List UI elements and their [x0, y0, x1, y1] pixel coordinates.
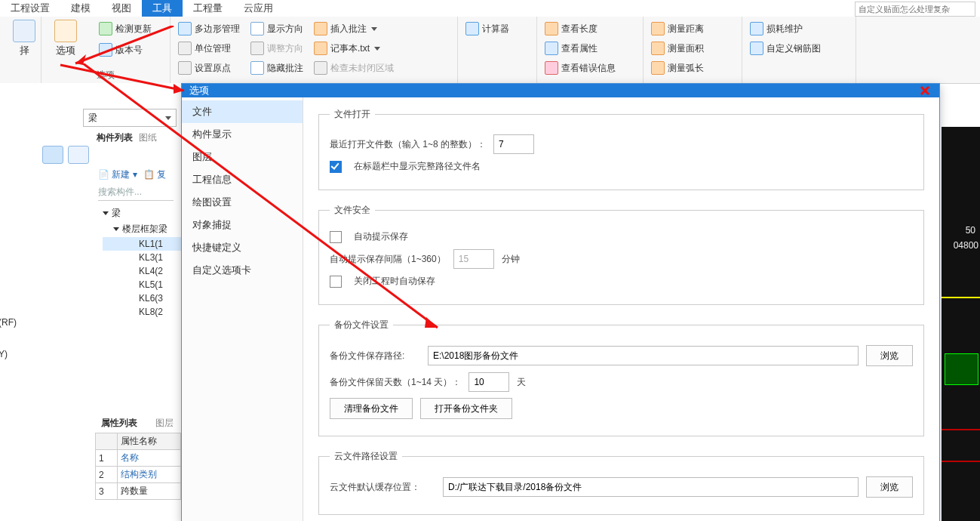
view-length-label: 查看长度	[561, 23, 598, 35]
tree-item-kl4[interactable]: KL4(2	[103, 264, 181, 278]
category-combo[interactable]: 梁	[83, 109, 177, 127]
sidebar-item-layer[interactable]: 图层	[182, 146, 303, 168]
chevron-down-icon	[374, 47, 380, 51]
select-icon	[13, 20, 35, 42]
triangle-icon	[113, 227, 119, 231]
adjust-direction-button: 调整方向	[250, 39, 303, 57]
copy-button[interactable]: 📋 复	[143, 168, 166, 181]
sidebar-item-draw-settings[interactable]: 绘图设置	[182, 191, 303, 214]
tree-item-kl5[interactable]: KL5(1	[103, 278, 181, 291]
tab-modeling[interactable]: 建模	[60, 0, 101, 17]
backup-path-label: 备份文件保存路径:	[330, 350, 420, 362]
ruler-icon	[545, 22, 558, 35]
tab-quantity[interactable]: 工程量	[183, 0, 233, 17]
check-update-label: 检测更新	[115, 23, 152, 35]
backup-browse-button[interactable]: 浏览	[866, 345, 913, 366]
version-label: 版本号	[115, 44, 143, 57]
tree-item-kl1[interactable]: KL1(1	[103, 237, 181, 251]
tree-item-kl6[interactable]: KL6(3	[103, 291, 181, 305]
clear-backup-button[interactable]: 清理备份文件	[330, 398, 413, 419]
tree-item-kl8[interactable]: KL8(2	[103, 305, 181, 319]
tab-component-list[interactable]: 构件列表	[97, 131, 133, 144]
polygon-manage-button[interactable]: 多边形管理	[178, 20, 240, 38]
sidebar-item-file[interactable]: 文件	[182, 100, 303, 123]
property-panel: 属性列表 图层 属性名称 1名称 2结构类别 3跨数量	[95, 414, 181, 500]
fieldset-cloud-path: 云文件路径设置 云文件默认缓存位置： 浏览	[318, 450, 924, 515]
view-property-button[interactable]: 查看属性	[545, 39, 635, 57]
select-label: 择	[20, 44, 29, 57]
measure-distance-button[interactable]: 测量距离	[651, 20, 734, 38]
sidebar-item-component-display[interactable]: 构件显示	[182, 123, 303, 146]
hide-annotation-button[interactable]: 隐藏批注	[250, 59, 303, 77]
tree-item-kl3[interactable]: KL3(1	[103, 251, 181, 264]
tab-layer[interactable]: 图层	[149, 415, 180, 431]
prop-row-span[interactable]: 跨数量	[118, 483, 181, 500]
tab-property-list[interactable]: 属性列表	[95, 415, 143, 431]
tree-root[interactable]: 梁	[103, 205, 181, 221]
check-unclosed-label: 检查未封闭区域	[330, 62, 394, 75]
fieldset-file-open: 文件打开 最近打开文件数（输入 1~8 的整数）： 在标题栏中显示完整路径文件名	[318, 108, 924, 190]
top-search-input[interactable]	[855, 2, 975, 17]
options-big-button[interactable]: 选项	[49, 20, 82, 57]
sidebar-item-project-info[interactable]: 工程信息	[182, 168, 303, 191]
version-icon	[99, 43, 112, 57]
auto-save-on-close-checkbox[interactable]	[330, 276, 342, 288]
check-update-button[interactable]: 检测更新	[99, 20, 152, 38]
measure-area-button[interactable]: 测量面积	[651, 39, 734, 57]
polygon-manage-label: 多边形管理	[195, 23, 240, 35]
insert-annotation-button[interactable]: 插入批注	[314, 20, 394, 38]
show-full-path-label: 在标题栏中显示完整路径文件名	[354, 160, 481, 173]
select-big-button[interactable]: 择	[8, 20, 41, 57]
tab-cloud[interactable]: 云应用	[233, 0, 284, 17]
loss-maintain-button[interactable]: 损耗维护	[750, 20, 848, 38]
custom-rebar-button[interactable]: 自定义钢筋图	[750, 39, 848, 57]
show-full-path-checkbox[interactable]	[330, 161, 342, 173]
set-origin-button[interactable]: 设置原点	[178, 59, 240, 77]
backup-path-input[interactable]	[428, 346, 859, 365]
measure-area-label: 测量面积	[668, 42, 704, 55]
new-button[interactable]: 📄 新建 ▾	[98, 168, 137, 181]
tab-drawings[interactable]: 图纸	[139, 131, 157, 144]
cloud-path-input[interactable]	[443, 477, 859, 497]
cloud-browse-button[interactable]: 浏览	[866, 476, 913, 498]
notepad-button[interactable]: 记事本.txt	[314, 39, 394, 57]
tab-view[interactable]: 视图	[101, 0, 142, 17]
legend-file-safety: 文件安全	[330, 204, 375, 217]
version-button[interactable]: 版本号	[99, 41, 152, 59]
show-direction-label: 显示方向	[267, 23, 303, 35]
sidebar-item-custom-tab[interactable]: 自定义选项卡	[182, 259, 303, 282]
prop-row-name[interactable]: 名称	[118, 450, 181, 467]
options-label: 选项	[56, 44, 75, 57]
recent-files-input[interactable]	[493, 134, 534, 154]
unit-manage-button[interactable]: 单位管理	[178, 39, 240, 57]
notepad-label: 记事本.txt	[330, 42, 370, 55]
area-icon	[651, 42, 665, 55]
check-icon	[314, 61, 327, 75]
backup-days-input[interactable]	[468, 372, 509, 392]
tree-sub[interactable]: 楼层框架梁	[103, 221, 181, 237]
auto-save-interval-input	[453, 249, 494, 269]
sidebar-item-shortcut[interactable]: 快捷键定义	[182, 236, 303, 259]
copy-label: 复	[157, 169, 166, 180]
component-search-input[interactable]: 搜索构件...	[98, 184, 174, 201]
calculator-button[interactable]: 计算器	[465, 20, 529, 38]
backup-days-label: 备份文件保留天数（1~14 天）：	[330, 376, 461, 389]
measure-arc-button[interactable]: 测量弧长	[651, 59, 734, 77]
unit-manage-label: 单位管理	[195, 42, 231, 55]
calculator-label: 计算器	[482, 23, 509, 35]
prop-row-struct[interactable]: 结构类别	[118, 467, 181, 483]
view-mode-list-icon[interactable]	[42, 146, 63, 164]
origin-icon	[178, 61, 192, 75]
tab-tools[interactable]: 工具	[142, 0, 183, 17]
close-button[interactable]	[918, 84, 932, 97]
sidebar-item-object-snap[interactable]: 对象捕捉	[182, 214, 303, 236]
open-backup-folder-button[interactable]: 打开备份文件夹	[420, 398, 512, 419]
tab-project-settings[interactable]: 工程设置	[0, 0, 60, 17]
show-direction-button[interactable]: 显示方向	[250, 20, 303, 38]
view-mode-grid-icon[interactable]	[68, 146, 89, 164]
view-length-button[interactable]: 查看长度	[545, 20, 635, 38]
auto-save-prompt-checkbox[interactable]	[330, 231, 342, 243]
auto-save-prompt-label: 自动提示保存	[354, 230, 408, 243]
view-error-button[interactable]: 查看错误信息	[545, 59, 635, 77]
category-combo-value: 梁	[88, 112, 97, 125]
